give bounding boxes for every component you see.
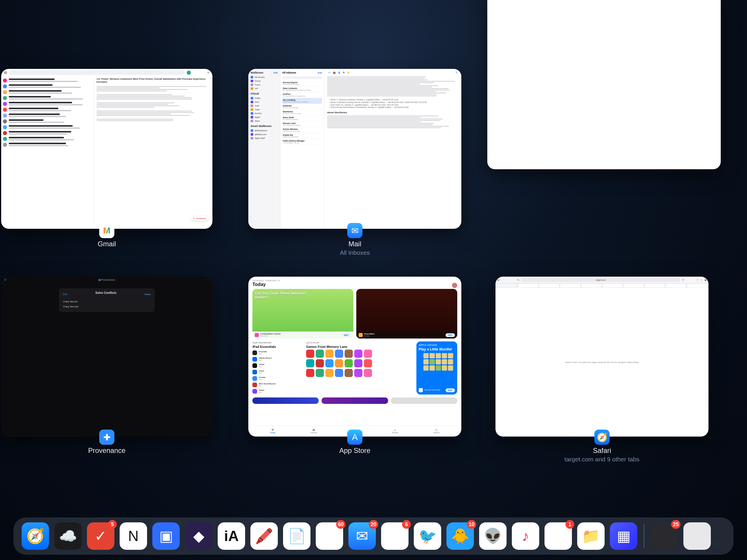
safari-tab[interactable] xyxy=(497,283,517,287)
mail-list-item[interactable]: FedEx Delivery ManagerYour package is on… xyxy=(282,139,322,145)
appstore-list-item[interactable]: TikTokApp xyxy=(252,362,302,369)
game-tile[interactable] xyxy=(325,369,334,377)
mail-list-item[interactable]: Verizon WirelessUpdates to your account xyxy=(282,127,322,133)
dock-app-library[interactable] xyxy=(684,523,711,550)
safari-tab[interactable] xyxy=(560,283,581,287)
avatar[interactable] xyxy=(452,283,457,288)
game-tile[interactable] xyxy=(364,359,372,367)
dock-icon-stage-manager[interactable]: ▣ xyxy=(152,523,180,550)
compose-button[interactable]: ✎Compose xyxy=(190,216,208,221)
mail-list-item[interactable]: Discover CardYour Statement is Ready xyxy=(282,121,322,127)
safari-tab[interactable] xyxy=(581,283,602,287)
url-field[interactable]: target.com xyxy=(521,278,680,282)
appstore-list-item[interactable]: CanvaApp xyxy=(252,369,302,375)
game-tile[interactable] xyxy=(316,359,324,367)
game-tile[interactable] xyxy=(335,350,343,358)
game-tile[interactable] xyxy=(306,369,314,377)
aa-icon[interactable]: ᴬA xyxy=(517,279,519,281)
dock-icon-shortcuts[interactable]: ▦ xyxy=(610,523,637,550)
conflict-row[interactable]: Crazy Taxi.cue› xyxy=(63,304,151,309)
dock-icon-todoist[interactable]: ✓5 xyxy=(87,523,114,550)
mail-sidebar-item[interactable]: VIP xyxy=(251,87,278,91)
wordle-card[interactable]: APPLE ARCADE Play a Little Wurdle! The N… xyxy=(416,341,457,394)
dock-icon-safari[interactable]: 🧭 xyxy=(22,523,49,550)
mail-sidebar-item[interactable]: Drafts xyxy=(251,96,278,100)
safari-tab[interactable] xyxy=(666,283,686,287)
gmail-list-item[interactable] xyxy=(3,83,92,89)
dock-icon-music[interactable]: ♪ xyxy=(512,523,539,550)
mail-sidebar-item[interactable]: Archive xyxy=(251,111,278,115)
gmail-search-input[interactable] xyxy=(9,70,184,75)
fwd-icon[interactable]: › xyxy=(504,279,505,281)
mail-sidebar-item[interactable]: Junk xyxy=(251,104,278,108)
reload-icon[interactable]: ⟳ xyxy=(682,279,684,281)
safari-tab[interactable] xyxy=(623,283,644,287)
game-tile[interactable] xyxy=(325,359,334,367)
mail-sidebar-item[interactable]: Apple xyxy=(251,115,278,119)
appstore-list-item[interactable]: ProcreateApp xyxy=(252,350,302,356)
avatar[interactable] xyxy=(187,71,191,75)
dock-icon-ia-writer[interactable]: iA xyxy=(218,523,245,550)
game-tile[interactable] xyxy=(316,350,324,358)
safari-tab[interactable] xyxy=(687,283,707,287)
new-tab-icon[interactable]: ＋ xyxy=(700,278,703,282)
tabs-icon[interactable]: ▣ xyxy=(704,279,707,281)
mail-sidebar-item[interactable]: Sent xyxy=(251,100,278,104)
game-tile[interactable] xyxy=(344,350,353,358)
gmail-card[interactable]: ⚙ xyxy=(1,69,212,229)
dock-icon-notion[interactable]: N xyxy=(120,523,147,550)
gmail-list-item[interactable] xyxy=(3,130,92,136)
mail-list-item[interactable]: theSkimmAI, lies, and videotape xyxy=(282,104,322,110)
game-tile[interactable] xyxy=(364,369,372,377)
appstore-list-item[interactable]: TwitchApp xyxy=(252,388,302,394)
dock-icon-asana[interactable]: ⦿60 xyxy=(316,523,343,550)
mail-list-item[interactable]: Jon LonsbergSteelSeries and Destiny 2: L… xyxy=(282,98,322,104)
dock-icon-tweetbot[interactable]: 🐥10 xyxy=(446,523,474,550)
dock-icon-files[interactable]: 📁 xyxy=(577,523,604,550)
gmail-list-item[interactable] xyxy=(3,107,92,113)
mail-sidebar-item[interactable]: Focus xyxy=(251,83,278,87)
mail-sidebar[interactable]: MailboxesEdit All InboxesiCloudFocusVIP … xyxy=(248,69,280,229)
gmail-list-item[interactable] xyxy=(3,89,92,95)
dock-icon-pdf-expert[interactable]: 📄 xyxy=(283,523,310,550)
appstore-list-item[interactable]: Affinity Photo 2App xyxy=(252,356,302,362)
safari-card[interactable]: ▥ ‹ › ᴬA target.com ⟳ ⇪ ＋ ▣ Safari could… xyxy=(495,277,709,437)
gmail-list-item[interactable] xyxy=(3,78,92,83)
dock-icon-slack[interactable]: #1 xyxy=(544,523,572,550)
get-button[interactable]: GET xyxy=(342,333,351,337)
archive-icon[interactable]: 📥 xyxy=(333,71,336,74)
appstore-card[interactable]: THURSDAY, FEBRUARY 16 Today Can You Cook… xyxy=(248,277,461,437)
compose-icon[interactable]: ✎ xyxy=(456,71,458,74)
game-tile[interactable] xyxy=(354,350,362,358)
done-button[interactable]: Done xyxy=(145,293,151,296)
mail-sidebar-item[interactable]: @SteelSeries xyxy=(251,129,278,132)
mail-list-item[interactable]: Grocery ExpertsThe Arrival of Designer… xyxy=(282,80,322,86)
appstore-list-item[interactable]: MLB: Home BeyondApp xyxy=(252,382,302,388)
mail-list-item[interactable]: Dana LombardoRe: Updating Attendee Frien… xyxy=(282,86,322,92)
edit-button[interactable]: Edit xyxy=(274,72,278,74)
sidebar-icon[interactable]: ▥ xyxy=(497,279,499,281)
mail-list-item[interactable]: Angela HeyNews from Last Week xyxy=(282,133,322,139)
mail-list-item[interactable]: OnePlusThe new reasons to upgrade to… xyxy=(282,92,322,98)
sidebar-icon[interactable]: ☰ xyxy=(4,278,6,281)
game-tile[interactable] xyxy=(316,369,324,377)
mail-sidebar-item[interactable]: All Inboxes xyxy=(251,75,278,79)
game-tile[interactable] xyxy=(306,359,314,367)
mail-sidebar-item[interactable]: News xyxy=(251,119,278,123)
mail-sidebar-item[interactable]: iCloud xyxy=(251,79,278,83)
game-tile[interactable] xyxy=(344,369,353,377)
safari-tab[interactable] xyxy=(602,283,623,287)
get-button[interactable]: GET xyxy=(445,388,455,392)
mail-list-item[interactable]: SteelSeriesCheck out what's on sale… xyxy=(282,110,322,116)
safari-tab[interactable] xyxy=(645,283,665,287)
mail-sidebar-item[interactable]: Apple Stuff xyxy=(251,136,278,140)
dock-icon-apollo[interactable]: 👽 xyxy=(479,523,507,550)
mail-card[interactable]: MailboxesEdit All InboxesiCloudFocusVIP … xyxy=(248,69,461,229)
featured-card-cooking-mama[interactable]: Can You Cook These Delicious Dishes? Coo… xyxy=(252,289,353,338)
dock-icon-weather?[interactable]: ☁️ xyxy=(54,523,82,550)
edit-button[interactable]: Edit xyxy=(318,72,322,74)
gmail-list-item[interactable] xyxy=(3,113,92,119)
mail-message-list[interactable]: All InboxesEdit Grocery ExpertsThe Arriv… xyxy=(280,69,324,229)
game-tile[interactable] xyxy=(335,359,343,367)
gmail-list-item[interactable] xyxy=(3,142,92,148)
